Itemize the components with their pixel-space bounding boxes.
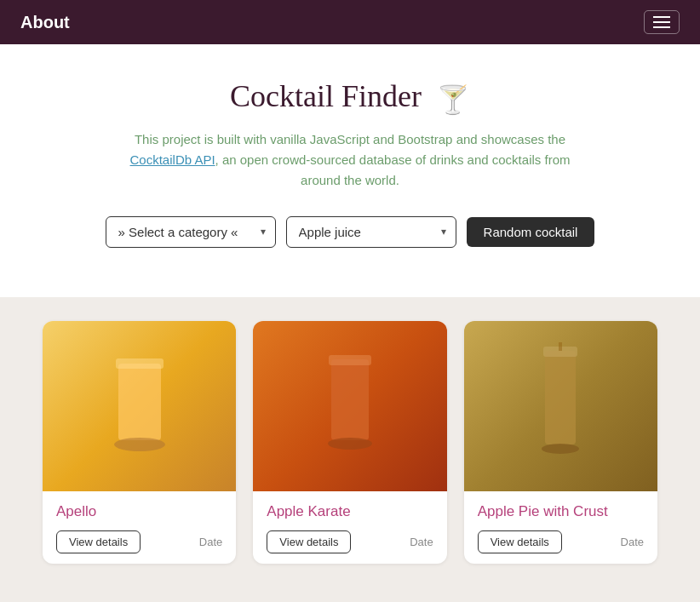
navbar: About: [0, 0, 700, 44]
card-3: Apple Pie with Crust View details Date: [464, 321, 657, 564]
card-2-date: Date: [410, 536, 433, 548]
card-1-footer: View details Date: [56, 530, 222, 553]
subtitle: This project is built with vanilla JavaS…: [112, 129, 588, 191]
toggler-line-3: [653, 26, 670, 28]
svg-rect-3: [331, 359, 369, 440]
category-select[interactable]: » Select a category « Ordinary Drink Coc…: [106, 216, 276, 248]
toggler-line-1: [653, 16, 670, 18]
random-cocktail-button[interactable]: Random cocktail: [467, 217, 595, 247]
cards-grid: Apello View details Date Apple Karate Vi: [43, 321, 657, 564]
card-1-image: [43, 321, 236, 491]
svg-point-2: [114, 438, 165, 451]
drink-svg-2: [307, 338, 393, 474]
svg-rect-0: [118, 364, 161, 440]
subtitle-after: , an open crowd-sourced database of drin…: [215, 152, 571, 187]
card-2-footer: View details Date: [267, 530, 433, 553]
card-3-details-button[interactable]: View details: [478, 530, 562, 553]
card-2-body: Apple Karate View details Date: [253, 491, 446, 564]
main-content: Cocktail Finder 🍸 This project is built …: [0, 44, 700, 297]
card-1-details-button[interactable]: View details: [56, 530, 141, 553]
drink-svg-3: [518, 338, 603, 474]
drink-select-wrapper: Apple juice Beer Cocktail Coffee Shake ▾: [286, 216, 456, 248]
card-2: Apple Karate View details Date: [253, 321, 446, 564]
card-1-title: Apello: [56, 503, 222, 520]
card-1: Apello View details Date: [43, 321, 236, 564]
drink-select[interactable]: Apple juice Beer Cocktail Coffee Shake: [286, 216, 456, 248]
card-1-date: Date: [199, 536, 222, 548]
svg-rect-1: [116, 358, 164, 369]
svg-point-5: [328, 438, 372, 450]
navbar-toggler-button[interactable]: [644, 10, 680, 34]
title-text: Cocktail Finder: [230, 79, 422, 113]
controls-bar: » Select a category « Ordinary Drink Coc…: [17, 216, 683, 265]
card-3-title: Apple Pie with Crust: [478, 503, 644, 520]
drink-svg-1: [97, 338, 182, 474]
page-title: Cocktail Finder 🍸: [17, 78, 683, 116]
cards-section: Apello View details Date Apple Karate Vi: [0, 297, 700, 588]
toggler-line-2: [653, 21, 670, 23]
cocktail-icon: 🍸: [436, 83, 470, 116]
navbar-brand[interactable]: About: [20, 13, 70, 32]
svg-rect-6: [545, 351, 576, 444]
svg-rect-9: [559, 342, 562, 351]
card-1-body: Apello View details Date: [43, 491, 236, 564]
card-3-image: [464, 321, 657, 491]
svg-point-8: [542, 444, 579, 454]
svg-rect-4: [329, 355, 371, 365]
card-2-title: Apple Karate: [267, 503, 433, 520]
card-2-details-button[interactable]: View details: [267, 530, 351, 553]
card-2-image: [253, 321, 446, 491]
card-3-footer: View details Date: [478, 530, 644, 553]
cocktaildb-link[interactable]: CocktailDb API: [130, 152, 215, 167]
subtitle-before: This project is built with vanilla JavaS…: [135, 132, 565, 146]
card-3-body: Apple Pie with Crust View details Date: [464, 491, 657, 564]
card-3-date: Date: [621, 536, 644, 548]
category-select-wrapper: » Select a category « Ordinary Drink Coc…: [106, 216, 276, 248]
